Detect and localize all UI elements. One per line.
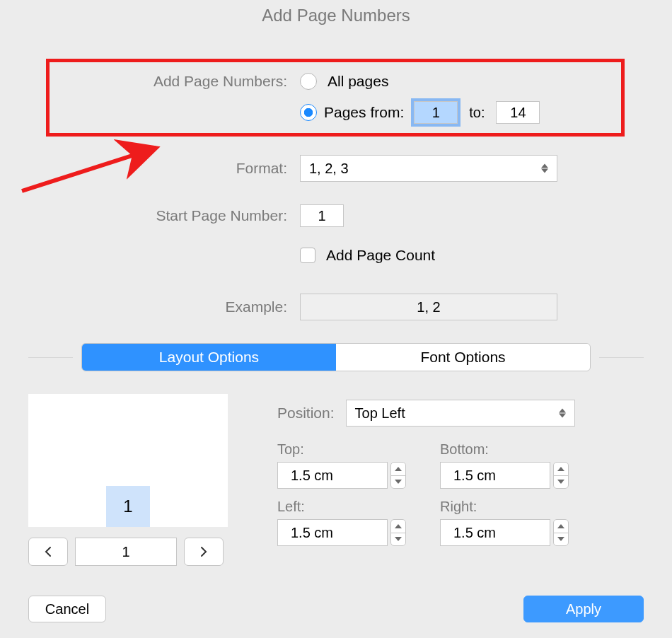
margin-right-label: Right:: [440, 499, 593, 515]
step-down-icon[interactable]: [391, 533, 405, 546]
start-page-number-input[interactable]: [300, 204, 344, 227]
annotation-highlight-box: [46, 59, 625, 137]
radio-pages-from[interactable]: [300, 104, 317, 121]
margin-bottom-label: Bottom:: [440, 441, 593, 458]
radio-pages-from-label: Pages from:: [324, 104, 404, 121]
add-page-numbers-label: Add Page Numbers:: [0, 73, 287, 90]
divider: [599, 357, 644, 358]
cancel-button[interactable]: Cancel: [28, 596, 106, 622]
tab-font-options[interactable]: Font Options: [336, 344, 590, 371]
margin-top-label: Top:: [277, 441, 419, 458]
preview-next-button[interactable]: [184, 538, 224, 566]
add-page-count-checkbox[interactable]: [300, 248, 315, 263]
margin-top-input[interactable]: [277, 462, 388, 489]
preview-page-input[interactable]: [75, 538, 177, 566]
margin-right-stepper[interactable]: [553, 519, 569, 546]
step-up-icon[interactable]: [554, 463, 568, 476]
dialog-title: Add Page Numbers: [0, 0, 672, 25]
position-label: Position:: [277, 405, 335, 422]
format-label: Format:: [0, 160, 287, 177]
step-down-icon[interactable]: [554, 476, 568, 489]
page-preview-number: 1: [106, 486, 150, 527]
step-down-icon[interactable]: [554, 533, 568, 546]
format-select-value: 1, 2, 3: [309, 161, 349, 177]
example-label: Example:: [0, 298, 287, 315]
apply-button[interactable]: Apply: [523, 596, 644, 622]
page-preview: 1: [28, 394, 228, 527]
position-select[interactable]: Top Left: [346, 400, 575, 427]
margin-left-stepper[interactable]: [390, 519, 406, 546]
example-value: 1, 2: [300, 294, 557, 320]
chevron-down-icon: [559, 409, 566, 418]
add-page-count-label: Add Page Count: [326, 247, 435, 263]
margin-bottom-input[interactable]: [440, 462, 550, 489]
margin-right-input[interactable]: [440, 519, 550, 546]
position-select-value: Top Left: [355, 405, 405, 422]
divider: [28, 357, 73, 358]
pages-to-input[interactable]: [496, 101, 540, 124]
chevron-down-icon: [541, 164, 548, 173]
step-down-icon[interactable]: [391, 476, 405, 489]
start-page-number-label: Start Page Number:: [0, 207, 287, 224]
step-up-icon[interactable]: [554, 520, 568, 533]
radio-all-pages[interactable]: [300, 73, 317, 90]
pages-from-input[interactable]: [414, 101, 458, 124]
margin-top-stepper[interactable]: [390, 462, 406, 489]
margin-bottom-stepper[interactable]: [553, 462, 569, 489]
format-select[interactable]: 1, 2, 3: [300, 155, 557, 182]
radio-all-pages-label: All pages: [328, 73, 388, 89]
pages-to-label: to:: [469, 105, 485, 121]
margin-left-input[interactable]: [277, 519, 388, 546]
step-up-icon[interactable]: [391, 463, 405, 476]
margin-left-label: Left:: [277, 499, 419, 515]
tab-layout-options[interactable]: Layout Options: [82, 344, 336, 371]
preview-prev-button[interactable]: [28, 538, 68, 566]
step-up-icon[interactable]: [391, 520, 405, 533]
